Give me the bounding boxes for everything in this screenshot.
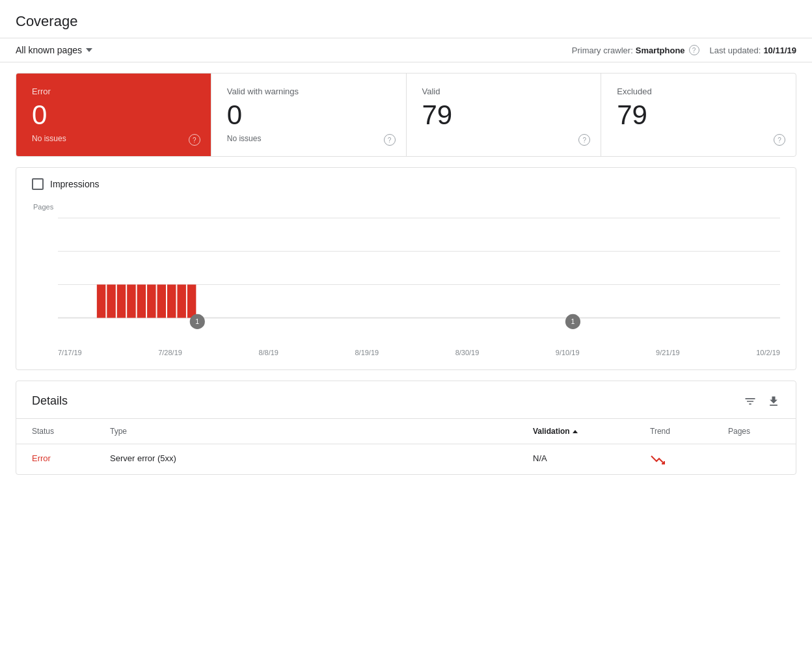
- error-card-label: Error: [32, 87, 195, 96]
- last-updated-value: 10/11/19: [763, 46, 796, 55]
- valid-help-icon[interactable]: ?: [578, 134, 590, 146]
- svg-text:1: 1: [195, 317, 199, 325]
- svg-rect-17: [187, 284, 196, 317]
- col-pages: Pages: [728, 427, 780, 436]
- x-label-5: 8/30/19: [455, 349, 480, 356]
- error-card: Error 0 No issues ?: [16, 74, 211, 156]
- filter-label: All known pages: [16, 45, 82, 55]
- col-validation[interactable]: Validation: [533, 427, 650, 436]
- x-label-2: 7/28/19: [158, 349, 182, 356]
- y-axis-label: Pages: [33, 203, 53, 211]
- col-status: Status: [32, 427, 110, 436]
- svg-rect-10: [117, 284, 126, 317]
- warnings-card-label: Valid with warnings: [227, 87, 390, 96]
- col-trend: Trend: [650, 427, 728, 436]
- x-label-8: 10/2/19: [756, 349, 780, 356]
- excluded-help-icon[interactable]: ?: [774, 134, 785, 146]
- impressions-label: Impressions: [50, 179, 99, 189]
- x-label-6: 9/10/19: [556, 349, 580, 356]
- details-actions: [744, 395, 780, 408]
- table-header: Status Type Validation Trend Pages: [16, 419, 796, 444]
- chart-svg: 3 2 1 0: [58, 203, 780, 346]
- x-label-1: 7/17/19: [58, 349, 82, 356]
- excluded-card-value: 79: [617, 101, 780, 129]
- excluded-card: Excluded 79 ?: [601, 74, 796, 156]
- chart-section: Impressions Pages 3 2: [16, 167, 796, 370]
- svg-rect-9: [107, 284, 116, 317]
- error-card-value: 0: [32, 101, 195, 129]
- x-label-4: 8/19/19: [355, 349, 379, 356]
- row-status: Error: [32, 453, 110, 465]
- details-section: Details: [16, 381, 796, 475]
- details-header: Details: [16, 381, 796, 419]
- row-pages: [728, 453, 780, 465]
- row-trend: [650, 453, 728, 465]
- error-card-sub: No issues: [32, 134, 195, 143]
- excluded-card-label: Excluded: [617, 87, 780, 96]
- chevron-down-icon: [86, 48, 92, 52]
- filter-dropdown[interactable]: All known pages: [16, 45, 92, 55]
- row-type: Server error (5xx): [110, 453, 533, 465]
- page-title: Coverage: [0, 0, 812, 38]
- x-axis-labels: 7/17/19 7/28/19 8/8/19 8/19/19 8/30/19 9…: [58, 346, 780, 356]
- x-label-3: 8/8/19: [258, 349, 278, 356]
- toolbar-right: Primary crawler: Smartphone ? Last updat…: [572, 45, 796, 55]
- details-title: Details: [32, 394, 68, 408]
- row-validation: N/A: [533, 453, 650, 465]
- crawler-prefix: Primary crawler:: [572, 46, 633, 55]
- download-icon[interactable]: [767, 395, 780, 408]
- svg-rect-13: [147, 284, 156, 317]
- table-row[interactable]: Error Server error (5xx) N/A: [16, 444, 796, 474]
- toolbar: All known pages Primary crawler: Smartph…: [0, 38, 812, 62]
- status-cards: Error 0 No issues ? Valid with warnings …: [16, 73, 796, 157]
- x-label-7: 9/21/19: [656, 349, 680, 356]
- svg-rect-14: [157, 284, 167, 317]
- warnings-card-sub: No issues: [227, 134, 390, 143]
- svg-rect-16: [177, 284, 186, 317]
- impressions-checkbox[interactable]: [32, 178, 44, 190]
- crawler-help-icon[interactable]: ?: [689, 45, 699, 55]
- main-content: Error 0 No issues ? Valid with warnings …: [0, 62, 812, 496]
- svg-text:1: 1: [571, 317, 575, 325]
- warnings-help-icon[interactable]: ?: [384, 134, 396, 146]
- svg-rect-12: [137, 284, 146, 317]
- warnings-card-value: 0: [227, 101, 390, 129]
- chart-area: Pages 3 2 1 0: [32, 203, 780, 356]
- filter-icon[interactable]: [744, 395, 757, 408]
- valid-card-label: Valid: [422, 87, 586, 96]
- svg-rect-15: [167, 284, 176, 317]
- col-type: Type: [110, 427, 533, 436]
- sort-arrow-icon: [573, 430, 578, 433]
- last-updated-prefix: Last updated:: [710, 46, 761, 55]
- warnings-card: Valid with warnings 0 No issues ?: [211, 74, 407, 156]
- valid-card: Valid 79 ?: [407, 74, 602, 156]
- valid-card-value: 79: [422, 101, 586, 129]
- crawler-value: Smartphone: [636, 46, 685, 55]
- impressions-header: Impressions: [32, 178, 780, 190]
- svg-rect-8: [97, 284, 106, 317]
- error-help-icon[interactable]: ?: [189, 134, 200, 146]
- svg-rect-11: [127, 284, 136, 317]
